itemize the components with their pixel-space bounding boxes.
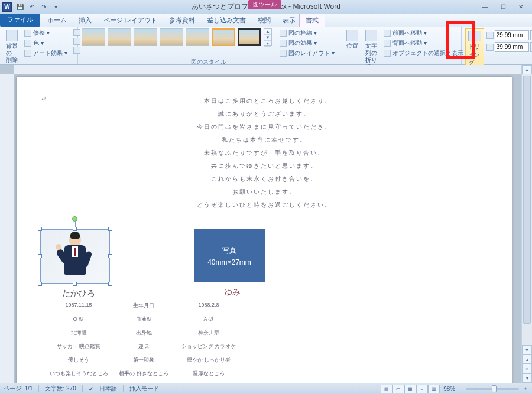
status-insert-mode[interactable]: 挿入モード (129, 385, 159, 393)
browse-object-icon[interactable]: ○ (522, 364, 532, 373)
table-row: サッカー 映画鑑賞趣味ショッピング カラオケ (40, 340, 488, 353)
height-icon (486, 32, 494, 39)
picture-effects-button[interactable]: 図の効果 ▾ (278, 38, 336, 48)
gallery-more-icon[interactable]: ▾ (264, 41, 271, 47)
tab-format[interactable]: 書式 (299, 14, 325, 27)
zoom-in-button[interactable]: ＋ (523, 385, 528, 393)
status-bar: ページ: 1/1 文字数: 270 ✔ 日本語 挿入モード ▤ ▭ ▦ ≡ ▥ … (0, 383, 532, 394)
resize-handle-l[interactable] (38, 254, 42, 258)
document-page[interactable]: ↵ 本日はご多用のところお越しくださり、誠にありがとうございます。今日の門出を皆… (17, 77, 512, 383)
zoom-out-button[interactable]: − (459, 386, 462, 392)
greeting-line: 未熟なふたりですが 手を取り合い、 (40, 146, 488, 159)
status-language[interactable]: 日本語 (99, 385, 117, 393)
style-thumb-1[interactable] (82, 28, 105, 46)
tab-page-layout[interactable]: ページ レイアウト (98, 14, 163, 27)
status-word-count[interactable]: 文字数: 270 (45, 385, 76, 393)
qat-customize-icon[interactable]: ▾ (51, 2, 60, 12)
tab-file[interactable]: ファイル (0, 13, 40, 27)
resize-handle-t[interactable] (73, 227, 77, 231)
table-row: O 型血液型A 型 (40, 312, 488, 326)
bring-forward-button[interactable]: 前面へ移動 ▾ (382, 28, 465, 38)
style-thumb-6[interactable] (212, 28, 235, 46)
profile-section: たかひろ 写真 40mm×27mm ゆみ (40, 229, 488, 299)
qat-undo-icon[interactable]: ↶ (27, 2, 37, 12)
corrections-button[interactable]: 修整 ▾ (22, 28, 69, 38)
next-page-icon[interactable]: ▾ (522, 373, 532, 383)
tab-insert[interactable]: 挿入 (73, 14, 98, 27)
resize-handle-r[interactable] (108, 254, 112, 258)
border-icon (280, 30, 287, 37)
resize-handle-tr[interactable] (108, 227, 112, 231)
zoom-slider-thumb[interactable] (492, 385, 497, 392)
placeholder-line2: 40mm×27mm (207, 258, 251, 266)
tab-view[interactable]: 表示 (277, 14, 301, 27)
qat-save-icon[interactable]: 💾 (15, 2, 25, 12)
style-thumb-3[interactable] (134, 28, 157, 46)
photo-placeholder[interactable]: 写真 40mm×27mm (194, 229, 265, 282)
status-zoom-level[interactable]: 98% (443, 386, 455, 392)
zoom-slider[interactable] (466, 388, 519, 390)
maximize-button[interactable]: ☐ (494, 2, 512, 12)
resize-handle-b[interactable] (73, 282, 77, 286)
scroll-down-icon[interactable]: ▼ (522, 345, 532, 354)
table-row: いつも楽しそうなところ相手の 好きなところ温厚なところ (40, 367, 488, 380)
style-thumb-5[interactable] (186, 28, 209, 46)
style-thumb-7[interactable] (238, 28, 261, 46)
row-value: 1987.11.15 (40, 299, 117, 312)
wrap-icon (365, 30, 377, 41)
tab-home[interactable]: ホーム (41, 14, 73, 27)
view-print-layout-icon[interactable]: ▤ (381, 385, 392, 393)
tab-mailings[interactable]: 差し込み文書 (201, 14, 252, 27)
style-thumb-4[interactable] (160, 28, 183, 46)
artistic-effects-button[interactable]: アート効果 ▾ (22, 48, 69, 58)
view-draft-icon[interactable]: ▥ (428, 385, 440, 393)
selection-icon (384, 50, 391, 57)
scroll-thumb[interactable] (523, 76, 531, 324)
resize-handle-tl[interactable] (38, 227, 42, 231)
gallery-down-icon[interactable]: ▼ (264, 35, 271, 41)
selection-pane-button[interactable]: オブジェクトの選択と表示 (382, 48, 465, 58)
picture-layout-button[interactable]: 図のレイアウト ▾ (278, 48, 336, 58)
resize-handle-bl[interactable] (38, 282, 42, 286)
effects-icon (280, 40, 287, 47)
group-size: トリミング ▾ ▲▼ ▲▼ サイズ (462, 27, 532, 64)
row-value: いつも楽しそうなところ (40, 367, 117, 380)
view-outline-icon[interactable]: ≡ (416, 385, 428, 393)
picture-border-button[interactable]: 図の枠線 ▾ (278, 28, 336, 38)
tab-references[interactable]: 参考資料 (163, 14, 201, 27)
vertical-scrollbar[interactable]: ▲ ▼ ▴ ○ ▾ (521, 65, 532, 383)
name-right: ゆみ (194, 287, 271, 298)
remove-background-button[interactable]: 背景の 削除 (4, 28, 20, 65)
remove-bg-label-2: 削除 (6, 57, 18, 64)
crop-icon (468, 31, 481, 41)
selected-image[interactable] (40, 229, 110, 284)
view-buttons: ▤ ▭ ▦ ≡ ▥ (381, 385, 440, 393)
height-input[interactable] (495, 30, 529, 40)
color-button[interactable]: 色 ▾ (22, 38, 69, 48)
width-icon (486, 44, 494, 51)
minimize-button[interactable]: — (476, 2, 494, 12)
gallery-up-icon[interactable]: ▲ (264, 29, 271, 35)
group-arrange: 位置 文字列の 折り返し ▾ 前面へ移動 ▾ 背面へ移動 ▾ オブジェクトの選択… (340, 27, 462, 64)
bring-forward-icon (384, 30, 391, 37)
tab-review[interactable]: 校閲 (252, 14, 277, 27)
width-input[interactable] (495, 42, 529, 52)
style-thumb-2[interactable] (108, 28, 131, 46)
horizontal-ruler[interactable] (14, 65, 521, 74)
view-fullscreen-icon[interactable]: ▭ (392, 385, 404, 393)
picture-style-gallery: ▲ ▼ ▾ (82, 28, 272, 46)
scroll-up-icon[interactable]: ▲ (522, 65, 532, 74)
row-label: 出身地 (117, 326, 170, 340)
send-backward-button[interactable]: 背面へ移動 ▾ (382, 38, 465, 48)
greeting-line: これからも末永くお付き合いを、 (40, 172, 488, 185)
vertical-ruler[interactable] (0, 74, 14, 383)
status-page[interactable]: ページ: 1/1 (4, 385, 33, 393)
qat-redo-icon[interactable]: ↷ (39, 2, 48, 12)
resize-handle-br[interactable] (108, 282, 112, 286)
status-spellcheck-icon[interactable]: ✔ (89, 386, 93, 392)
close-button[interactable]: ✕ (512, 2, 530, 12)
view-web-icon[interactable]: ▦ (404, 385, 416, 393)
row-value: 北海道 (40, 326, 117, 340)
position-button[interactable]: 位置 (344, 28, 361, 51)
prev-page-icon[interactable]: ▴ (522, 354, 532, 364)
